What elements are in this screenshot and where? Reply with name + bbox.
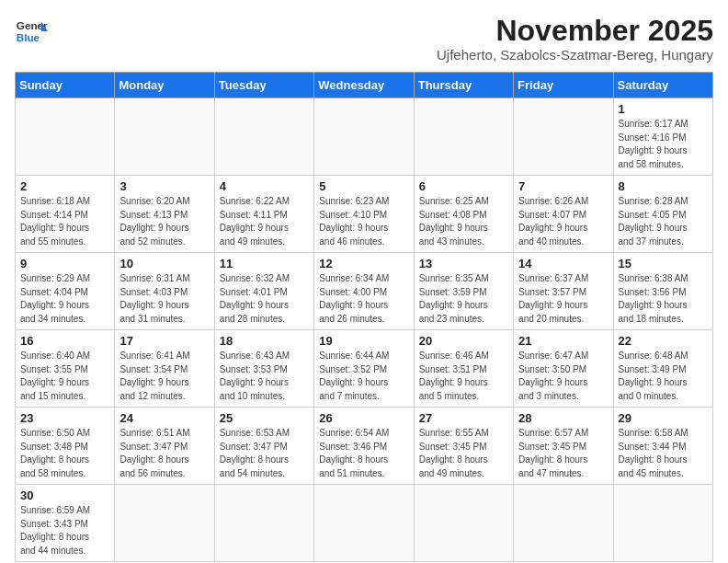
calendar-day-cell: 3Sunrise: 6:20 AM Sunset: 4:13 PM Daylig… xyxy=(115,176,214,253)
day-number: 20 xyxy=(419,334,508,348)
calendar-day-cell: 22Sunrise: 6:48 AM Sunset: 3:49 PM Dayli… xyxy=(613,330,712,408)
calendar-day-cell: 25Sunrise: 6:53 AM Sunset: 3:47 PM Dayli… xyxy=(214,408,313,485)
day-number: 5 xyxy=(319,179,408,193)
day-number: 30 xyxy=(20,488,109,502)
calendar-day-cell: 11Sunrise: 6:32 AM Sunset: 4:01 PM Dayli… xyxy=(214,253,313,330)
calendar-day-cell xyxy=(514,98,613,176)
weekday-header-saturday: Saturday xyxy=(613,73,712,98)
logo: General Blue xyxy=(15,15,48,48)
weekday-header-thursday: Thursday xyxy=(414,73,513,98)
calendar-day-cell: 12Sunrise: 6:34 AM Sunset: 4:00 PM Dayli… xyxy=(314,253,414,330)
calendar-day-cell: 13Sunrise: 6:35 AM Sunset: 3:59 PM Dayli… xyxy=(414,253,513,330)
calendar-body: 1Sunrise: 6:17 AM Sunset: 4:16 PM Daylig… xyxy=(16,98,713,562)
calendar-day-cell xyxy=(214,485,313,562)
title-block: November 2025 Ujfeherto, Szabolcs-Szatma… xyxy=(437,15,713,63)
day-number: 9 xyxy=(20,257,109,270)
weekday-header-friday: Friday xyxy=(514,73,613,98)
day-number: 23 xyxy=(20,411,109,425)
calendar-day-cell: 7Sunrise: 6:26 AM Sunset: 4:07 PM Daylig… xyxy=(514,176,613,253)
day-number: 2 xyxy=(20,179,109,193)
calendar-day-cell: 9Sunrise: 6:29 AM Sunset: 4:04 PM Daylig… xyxy=(16,253,115,330)
day-info: Sunrise: 6:41 AM Sunset: 3:54 PM Dayligh… xyxy=(119,350,209,403)
calendar-day-cell: 18Sunrise: 6:43 AM Sunset: 3:53 PM Dayli… xyxy=(214,330,313,408)
day-number: 21 xyxy=(518,334,608,348)
calendar-week-row: 9Sunrise: 6:29 AM Sunset: 4:04 PM Daylig… xyxy=(16,253,713,330)
day-info: Sunrise: 6:25 AM Sunset: 4:08 PM Dayligh… xyxy=(419,195,508,248)
calendar-day-cell xyxy=(214,98,313,176)
day-number: 16 xyxy=(20,334,109,348)
calendar-week-row: 23Sunrise: 6:50 AM Sunset: 3:48 PM Dayli… xyxy=(16,408,713,485)
day-info: Sunrise: 6:18 AM Sunset: 4:14 PM Dayligh… xyxy=(20,195,109,248)
day-info: Sunrise: 6:28 AM Sunset: 4:05 PM Dayligh… xyxy=(619,195,708,248)
calendar-day-cell: 26Sunrise: 6:54 AM Sunset: 3:46 PM Dayli… xyxy=(314,408,414,485)
page-header: General Blue November 2025 Ujfeherto, Sz… xyxy=(15,15,713,63)
day-number: 22 xyxy=(619,334,708,348)
calendar-day-cell: 30Sunrise: 6:59 AM Sunset: 3:43 PM Dayli… xyxy=(16,485,115,562)
calendar-week-row: 16Sunrise: 6:40 AM Sunset: 3:55 PM Dayli… xyxy=(16,330,713,408)
day-info: Sunrise: 6:26 AM Sunset: 4:07 PM Dayligh… xyxy=(518,195,608,248)
day-number: 7 xyxy=(518,179,608,193)
day-info: Sunrise: 6:22 AM Sunset: 4:11 PM Dayligh… xyxy=(220,195,309,248)
day-number: 28 xyxy=(518,411,608,425)
day-number: 13 xyxy=(419,257,508,270)
weekday-header-sunday: Sunday xyxy=(16,73,115,98)
day-number: 18 xyxy=(220,334,309,348)
svg-text:Blue: Blue xyxy=(17,31,40,43)
day-info: Sunrise: 6:40 AM Sunset: 3:55 PM Dayligh… xyxy=(20,350,109,403)
calendar-day-cell xyxy=(115,98,214,176)
calendar-day-cell: 15Sunrise: 6:38 AM Sunset: 3:56 PM Dayli… xyxy=(613,253,712,330)
day-info: Sunrise: 6:17 AM Sunset: 4:16 PM Dayligh… xyxy=(619,118,708,171)
day-number: 25 xyxy=(220,411,309,425)
day-info: Sunrise: 6:46 AM Sunset: 3:51 PM Dayligh… xyxy=(419,350,508,403)
calendar-day-cell xyxy=(115,485,214,562)
calendar-day-cell: 19Sunrise: 6:44 AM Sunset: 3:52 PM Dayli… xyxy=(314,330,414,408)
day-info: Sunrise: 6:50 AM Sunset: 3:48 PM Dayligh… xyxy=(20,427,109,480)
weekday-header-monday: Monday xyxy=(115,73,214,98)
calendar-day-cell: 24Sunrise: 6:51 AM Sunset: 3:47 PM Dayli… xyxy=(115,408,214,485)
calendar-day-cell: 6Sunrise: 6:25 AM Sunset: 4:08 PM Daylig… xyxy=(414,176,513,253)
calendar-day-cell: 21Sunrise: 6:47 AM Sunset: 3:50 PM Dayli… xyxy=(514,330,613,408)
location-title: Ujfeherto, Szabolcs-Szatmar-Bereg, Hunga… xyxy=(437,47,713,63)
calendar-day-cell: 29Sunrise: 6:58 AM Sunset: 3:44 PM Dayli… xyxy=(613,408,712,485)
day-info: Sunrise: 6:37 AM Sunset: 3:57 PM Dayligh… xyxy=(518,272,608,326)
day-info: Sunrise: 6:58 AM Sunset: 3:44 PM Dayligh… xyxy=(619,427,708,480)
calendar-week-row: 2Sunrise: 6:18 AM Sunset: 4:14 PM Daylig… xyxy=(16,176,713,253)
calendar-header: SundayMondayTuesdayWednesdayThursdayFrid… xyxy=(16,73,713,98)
day-info: Sunrise: 6:57 AM Sunset: 3:45 PM Dayligh… xyxy=(518,427,608,480)
day-info: Sunrise: 6:59 AM Sunset: 3:43 PM Dayligh… xyxy=(20,504,109,557)
calendar-table: SundayMondayTuesdayWednesdayThursdayFrid… xyxy=(15,72,713,562)
calendar-day-cell: 4Sunrise: 6:22 AM Sunset: 4:11 PM Daylig… xyxy=(214,176,313,253)
calendar-day-cell xyxy=(613,485,712,562)
calendar-day-cell: 5Sunrise: 6:23 AM Sunset: 4:10 PM Daylig… xyxy=(314,176,414,253)
calendar-day-cell: 28Sunrise: 6:57 AM Sunset: 3:45 PM Dayli… xyxy=(514,408,613,485)
calendar-day-cell xyxy=(314,98,414,176)
calendar-day-cell: 20Sunrise: 6:46 AM Sunset: 3:51 PM Dayli… xyxy=(414,330,513,408)
weekday-header-tuesday: Tuesday xyxy=(214,73,313,98)
calendar-day-cell: 14Sunrise: 6:37 AM Sunset: 3:57 PM Dayli… xyxy=(514,253,613,330)
day-info: Sunrise: 6:23 AM Sunset: 4:10 PM Dayligh… xyxy=(319,195,408,248)
day-info: Sunrise: 6:53 AM Sunset: 3:47 PM Dayligh… xyxy=(220,427,309,480)
day-info: Sunrise: 6:32 AM Sunset: 4:01 PM Dayligh… xyxy=(220,272,309,326)
day-number: 26 xyxy=(319,411,408,425)
day-number: 29 xyxy=(619,411,708,425)
calendar-day-cell: 17Sunrise: 6:41 AM Sunset: 3:54 PM Dayli… xyxy=(115,330,214,408)
day-number: 8 xyxy=(619,179,708,193)
day-number: 15 xyxy=(619,257,708,270)
weekday-header-wednesday: Wednesday xyxy=(314,73,414,98)
calendar-day-cell: 2Sunrise: 6:18 AM Sunset: 4:14 PM Daylig… xyxy=(16,176,115,253)
day-info: Sunrise: 6:47 AM Sunset: 3:50 PM Dayligh… xyxy=(518,350,608,403)
calendar-day-cell: 10Sunrise: 6:31 AM Sunset: 4:03 PM Dayli… xyxy=(115,253,214,330)
calendar-week-row: 30Sunrise: 6:59 AM Sunset: 3:43 PM Dayli… xyxy=(16,485,713,562)
weekday-header-row: SundayMondayTuesdayWednesdayThursdayFrid… xyxy=(16,73,713,98)
calendar-day-cell xyxy=(514,485,613,562)
day-number: 4 xyxy=(220,179,309,193)
calendar-day-cell xyxy=(16,98,115,176)
day-info: Sunrise: 6:34 AM Sunset: 4:00 PM Dayligh… xyxy=(319,272,408,326)
calendar-day-cell xyxy=(414,485,513,562)
day-number: 24 xyxy=(119,411,209,425)
calendar-day-cell: 27Sunrise: 6:55 AM Sunset: 3:45 PM Dayli… xyxy=(414,408,513,485)
calendar-day-cell: 23Sunrise: 6:50 AM Sunset: 3:48 PM Dayli… xyxy=(16,408,115,485)
month-title: November 2025 xyxy=(437,15,713,47)
calendar-day-cell: 16Sunrise: 6:40 AM Sunset: 3:55 PM Dayli… xyxy=(16,330,115,408)
day-number: 17 xyxy=(119,334,209,348)
